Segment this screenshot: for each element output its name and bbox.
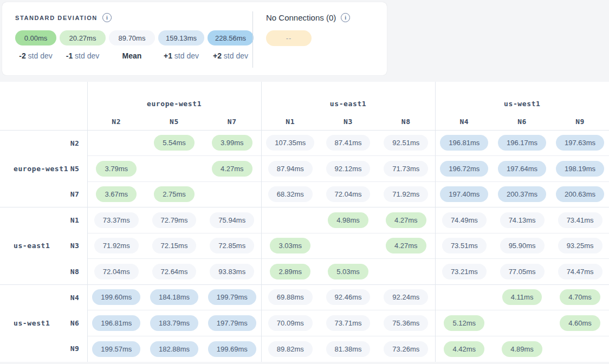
latency-pill[interactable]: 72.04ms <box>94 264 139 280</box>
latency-pill[interactable]: 4.89ms <box>502 341 542 357</box>
latency-pill[interactable]: 73.41ms <box>558 212 602 228</box>
latency-pill[interactable]: 196.72ms <box>440 161 488 177</box>
latency-pill[interactable]: 4.27ms <box>386 212 426 228</box>
latency-cell-n9-to-col8[interactable]: 4.89ms <box>493 336 551 362</box>
latency-pill[interactable]: 74.49ms <box>442 212 487 228</box>
latency-cell-n5-to-col1[interactable]: 3.79ms <box>87 156 145 182</box>
latency-cell-n1-to-col9[interactable]: 73.41ms <box>551 207 609 233</box>
latency-cell-n2-to-col5[interactable]: 87.41ms <box>319 130 377 156</box>
latency-cell-n1-to-col7[interactable]: 74.49ms <box>435 207 493 233</box>
latency-pill[interactable]: 4.27ms <box>212 161 252 177</box>
latency-cell-n4-to-col9[interactable]: 4.70ms <box>551 284 609 310</box>
latency-pill[interactable]: 107.35ms <box>266 135 314 151</box>
latency-pill[interactable]: 197.64ms <box>498 161 546 177</box>
latency-cell-n3-to-col7[interactable]: 73.51ms <box>435 233 493 259</box>
latency-pill[interactable]: 2.89ms <box>270 264 310 280</box>
latency-pill[interactable]: 183.79ms <box>150 315 198 331</box>
latency-cell-n2-to-col7[interactable]: 196.81ms <box>435 130 493 156</box>
latency-cell-n8-to-col3[interactable]: 93.83ms <box>203 259 261 285</box>
latency-pill[interactable]: 2.75ms <box>154 186 195 202</box>
latency-pill[interactable]: 3.79ms <box>96 161 137 177</box>
latency-cell-n6-to-col9[interactable]: 4.60ms <box>551 310 609 336</box>
latency-cell-n2-to-col2[interactable]: 5.54ms <box>145 130 203 156</box>
latency-cell-n5-to-col3[interactable]: 4.27ms <box>203 156 261 182</box>
latency-pill[interactable]: 4.42ms <box>444 341 484 357</box>
latency-pill[interactable]: 4.27ms <box>386 238 426 253</box>
latency-pill[interactable]: 95.90ms <box>500 238 545 253</box>
latency-cell-n6-to-col7[interactable]: 5.12ms <box>435 310 493 336</box>
latency-pill[interactable]: 74.13ms <box>500 212 545 228</box>
latency-pill[interactable]: 4.70ms <box>560 289 600 305</box>
latency-pill[interactable]: 73.21ms <box>442 264 487 280</box>
latency-pill[interactable]: 4.98ms <box>328 212 368 228</box>
latency-cell-n7-to-col2[interactable]: 2.75ms <box>145 181 203 207</box>
latency-pill[interactable]: 89.82ms <box>268 341 313 357</box>
latency-pill[interactable]: 199.79ms <box>208 289 256 305</box>
latency-cell-n7-to-col5[interactable]: 72.04ms <box>319 181 377 207</box>
latency-pill[interactable]: 75.94ms <box>210 212 254 228</box>
latency-cell-n4-to-col6[interactable]: 92.24ms <box>377 284 435 310</box>
latency-cell-n4-to-col1[interactable]: 199.60ms <box>87 284 145 310</box>
latency-pill[interactable]: 72.85ms <box>210 238 254 253</box>
latency-pill[interactable]: 182.88ms <box>150 341 198 357</box>
latency-pill[interactable]: 3.67ms <box>96 186 137 202</box>
latency-cell-n2-to-col6[interactable]: 92.51ms <box>377 130 435 156</box>
latency-pill[interactable]: 73.26ms <box>384 341 428 357</box>
latency-pill[interactable]: 200.63ms <box>556 186 604 202</box>
latency-pill[interactable]: 92.12ms <box>326 161 371 177</box>
latency-cell-n1-to-col2[interactable]: 72.79ms <box>145 207 203 233</box>
no-connections-info-icon[interactable]: i <box>341 13 350 22</box>
latency-pill[interactable]: 3.99ms <box>212 135 252 151</box>
latency-cell-n1-to-col6[interactable]: 4.27ms <box>377 207 435 233</box>
latency-pill[interactable]: 92.46ms <box>326 289 371 305</box>
latency-pill[interactable]: 92.24ms <box>384 289 428 305</box>
latency-cell-n1-to-col8[interactable]: 74.13ms <box>493 207 551 233</box>
latency-pill[interactable]: 87.94ms <box>268 161 313 177</box>
latency-pill[interactable]: 75.36ms <box>384 315 428 331</box>
latency-cell-n6-to-col3[interactable]: 197.79ms <box>203 310 261 336</box>
latency-pill[interactable]: 72.15ms <box>152 238 197 253</box>
latency-pill[interactable]: 70.09ms <box>268 315 313 331</box>
latency-cell-n7-to-col9[interactable]: 200.63ms <box>551 181 609 207</box>
latency-cell-n6-to-col5[interactable]: 73.71ms <box>319 310 377 336</box>
latency-pill[interactable]: 4.60ms <box>560 315 600 331</box>
latency-pill[interactable]: 72.79ms <box>152 212 197 228</box>
latency-pill[interactable]: 77.05ms <box>500 264 545 280</box>
latency-cell-n5-to-col8[interactable]: 197.64ms <box>493 156 551 182</box>
latency-cell-n5-to-col4[interactable]: 87.94ms <box>261 156 319 182</box>
latency-cell-n8-to-col7[interactable]: 73.21ms <box>435 259 493 285</box>
latency-cell-n3-to-col8[interactable]: 95.90ms <box>493 233 551 259</box>
latency-cell-n1-to-col3[interactable]: 75.94ms <box>203 207 261 233</box>
latency-pill[interactable]: 199.69ms <box>208 341 256 357</box>
latency-cell-n9-to-col2[interactable]: 182.88ms <box>145 336 203 362</box>
latency-cell-n7-to-col8[interactable]: 200.37ms <box>493 181 551 207</box>
latency-cell-n1-to-col1[interactable]: 73.37ms <box>87 207 145 233</box>
latency-cell-n2-to-col8[interactable]: 196.17ms <box>493 130 551 156</box>
latency-pill[interactable]: 74.47ms <box>558 264 602 280</box>
latency-pill[interactable]: 5.12ms <box>444 315 484 331</box>
latency-cell-n9-to-col7[interactable]: 4.42ms <box>435 336 493 362</box>
latency-pill[interactable]: 72.04ms <box>326 186 371 202</box>
latency-pill[interactable]: 196.81ms <box>92 315 140 331</box>
latency-cell-n8-to-col1[interactable]: 72.04ms <box>87 259 145 285</box>
latency-cell-n8-to-col2[interactable]: 72.64ms <box>145 259 203 285</box>
latency-cell-n6-to-col6[interactable]: 75.36ms <box>377 310 435 336</box>
latency-pill[interactable]: 68.32ms <box>268 186 313 202</box>
std-dev-info-icon[interactable]: i <box>102 13 112 22</box>
latency-pill[interactable]: 81.38ms <box>326 341 371 357</box>
latency-cell-n7-to-col6[interactable]: 71.92ms <box>377 181 435 207</box>
latency-pill[interactable]: 3.03ms <box>270 238 310 253</box>
latency-pill[interactable]: 5.54ms <box>154 135 195 151</box>
latency-pill[interactable]: 197.79ms <box>208 315 256 331</box>
latency-pill[interactable]: 197.40ms <box>440 186 488 202</box>
latency-pill[interactable]: 93.83ms <box>210 264 254 280</box>
latency-pill[interactable]: 92.51ms <box>384 135 428 151</box>
latency-cell-n4-to-col5[interactable]: 92.46ms <box>319 284 377 310</box>
latency-pill[interactable]: 4.11ms <box>502 289 542 305</box>
latency-cell-n9-to-col6[interactable]: 73.26ms <box>377 336 435 362</box>
latency-cell-n9-to-col1[interactable]: 199.57ms <box>87 336 145 362</box>
latency-cell-n1-to-col5[interactable]: 4.98ms <box>319 207 377 233</box>
latency-pill[interactable]: 5.03ms <box>328 264 368 280</box>
latency-pill[interactable]: 196.17ms <box>498 135 546 151</box>
latency-cell-n8-to-col5[interactable]: 5.03ms <box>319 259 377 285</box>
